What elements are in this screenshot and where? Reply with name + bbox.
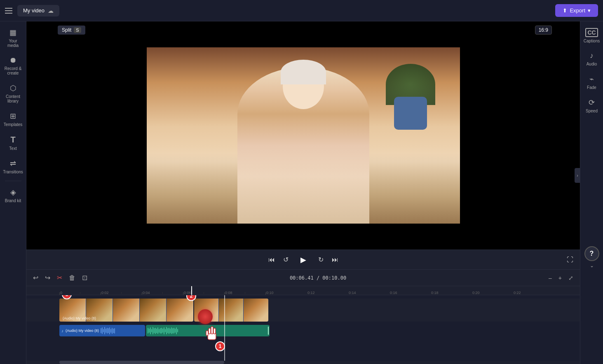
sidebar-item-text[interactable]: T Text bbox=[1, 132, 25, 154]
sidebar-label-transitions: Transitions bbox=[3, 170, 23, 174]
zoom-in-button[interactable]: + bbox=[557, 273, 563, 283]
undo-button[interactable]: ↩ bbox=[31, 272, 40, 283]
sidebar-item-brand-kit[interactable]: ◈ Brand kit bbox=[1, 184, 25, 206]
split-key: S bbox=[74, 27, 81, 33]
rewind-5s-button[interactable]: ↺ bbox=[283, 256, 289, 264]
aspect-ratio-badge[interactable]: 16:9 bbox=[535, 26, 552, 35]
sidebar-label-record: Record & create bbox=[3, 66, 23, 75]
video-clip-2[interactable] bbox=[194, 299, 268, 322]
record-icon: ⏺ bbox=[9, 56, 17, 65]
cloud-save-icon: ☁ bbox=[48, 7, 54, 14]
audio-label: Audio bbox=[587, 62, 597, 66]
right-panel-item-fade[interactable]: ⌁ Fade bbox=[582, 71, 602, 93]
captions-icon: CC bbox=[585, 28, 598, 37]
sidebar-item-templates[interactable]: ⊞ Templates bbox=[1, 108, 25, 130]
content-library-icon: ⬡ bbox=[10, 84, 16, 93]
fullscreen-button[interactable]: ⛶ bbox=[567, 256, 573, 264]
aspect-ratio-value: 16:9 bbox=[539, 27, 548, 33]
captions-label: Captions bbox=[584, 39, 600, 43]
video-title: My video bbox=[23, 7, 45, 14]
speed-label: Speed bbox=[586, 109, 598, 113]
split-label: Split bbox=[62, 27, 71, 33]
right-panel-item-audio[interactable]: ♪ Audio bbox=[582, 48, 602, 70]
current-time: 00:06.41 bbox=[290, 275, 314, 281]
audio-clip-1-icon: ♪ bbox=[59, 329, 66, 333]
sidebar-label-content-library: Content library bbox=[3, 94, 23, 103]
timeline-area: ↩ ↪ ✂ 🗑 ⊡ 00:06.41 / 00:10.00 – + ⤢ bbox=[26, 269, 580, 364]
transitions-icon: ⇌ bbox=[10, 159, 16, 168]
sidebar-label-your-media: Your media bbox=[3, 39, 23, 48]
redo-button[interactable]: ↪ bbox=[43, 272, 52, 283]
right-panel-item-captions[interactable]: CC Captions bbox=[582, 25, 602, 47]
help-button[interactable]: ? bbox=[584, 246, 599, 261]
timeline-ruler: 0 0:02 0:04 0:06 0:08 0:10 0:12 0:14 0:1… bbox=[26, 286, 580, 295]
brand-kit-icon: ◈ bbox=[10, 188, 16, 197]
step-badge-1: 1 bbox=[215, 341, 225, 351]
duplicate-button[interactable]: ⊡ bbox=[80, 272, 89, 283]
fade-icon: ⌁ bbox=[589, 75, 594, 84]
timeline-scrollbar[interactable] bbox=[26, 361, 580, 364]
time-display: 00:06.41 / 00:10.00 bbox=[290, 275, 346, 281]
skip-to-start-button[interactable]: ⏮ bbox=[268, 256, 275, 264]
sidebar-label-templates: Templates bbox=[4, 122, 23, 127]
collapse-chevron-icon: › bbox=[577, 173, 578, 178]
delete-button[interactable]: 🗑 bbox=[67, 273, 77, 283]
speed-icon: ⟳ bbox=[589, 98, 595, 107]
sidebar-item-record[interactable]: ⏺ Record & create bbox=[1, 53, 25, 79]
collapse-handle[interactable]: › bbox=[575, 168, 580, 183]
video-track: (Audio) My video (8) bbox=[26, 299, 580, 322]
cursor-2: 2 bbox=[175, 295, 191, 296]
sidebar-item-your-media[interactable]: ▦ Your media bbox=[1, 25, 25, 51]
text-icon: T bbox=[10, 135, 15, 145]
your-media-icon: ▦ bbox=[9, 28, 16, 37]
video-title-tab[interactable]: My video ☁ bbox=[17, 5, 59, 16]
export-arrow-icon: ⬆ bbox=[563, 7, 567, 14]
export-button[interactable]: ⬆ Export ▾ bbox=[555, 4, 598, 17]
sidebar-item-content-library[interactable]: ⬡ Content library bbox=[1, 80, 25, 107]
scrollbar-thumb[interactable] bbox=[59, 361, 224, 364]
right-panel: CC Captions ♪ Audio ⌁ Fade ⟳ Speed › ? ⌄ bbox=[580, 21, 603, 364]
audio-clip-1-label: (Audio) My video (8) bbox=[66, 329, 99, 333]
right-panel-item-speed[interactable]: ⟳ Speed bbox=[582, 95, 602, 117]
clip-1-label: (Audio) My video (8) bbox=[63, 316, 96, 320]
skip-to-end-button[interactable]: ⏭ bbox=[332, 256, 338, 264]
timeline-tracks: (Audio) My video (8) ♪ bbox=[26, 295, 580, 361]
sidebar: ▦ Your media ⏺ Record & create ⬡ Content… bbox=[0, 21, 26, 364]
audio-track: ♪ (Audio) My video (8) bbox=[26, 324, 580, 338]
sidebar-label-text: Text bbox=[9, 146, 16, 151]
fit-zoom-button[interactable]: ⤢ bbox=[567, 273, 575, 283]
audio-clip-1[interactable]: ♪ (Audio) My video (8) bbox=[59, 325, 145, 336]
export-chevron-icon: ▾ bbox=[588, 7, 591, 14]
video-preview: Split S 16:9 bbox=[26, 21, 580, 250]
playback-controls: ⏮ ↺ ▶ ↻ ⏭ ⛶ bbox=[26, 250, 580, 269]
split-badge: Split S bbox=[58, 26, 85, 35]
video-canvas bbox=[147, 47, 460, 224]
timeline-toolbar: ↩ ↪ ✂ 🗑 ⊡ 00:06.41 / 00:10.00 – + ⤢ bbox=[26, 270, 580, 286]
play-button[interactable]: ▶ bbox=[297, 253, 310, 266]
topbar-left: My video ☁ bbox=[5, 5, 59, 16]
audio-clip-2[interactable] bbox=[146, 325, 270, 336]
fade-label: Fade bbox=[587, 85, 596, 90]
scissors-button[interactable]: ✂ bbox=[55, 272, 64, 283]
audio-icon: ♪ bbox=[590, 51, 594, 60]
topbar: My video ☁ ⬆ Export ▾ bbox=[0, 0, 603, 21]
main-area: ▦ Your media ⏺ Record & create ⬡ Content… bbox=[0, 21, 603, 364]
sidebar-divider bbox=[5, 181, 21, 181]
expand-down-button[interactable]: ⌄ bbox=[590, 263, 594, 268]
time-separator: / bbox=[317, 275, 322, 281]
export-label: Export bbox=[570, 7, 585, 14]
sidebar-item-transitions[interactable]: ⇌ Transitions bbox=[1, 156, 25, 177]
sidebar-label-brand-kit: Brand kit bbox=[5, 198, 21, 203]
total-time: 00:10.00 bbox=[322, 275, 346, 281]
center-panel: Split S 16:9 bbox=[26, 21, 580, 364]
templates-icon: ⊞ bbox=[10, 112, 16, 121]
forward-5s-button[interactable]: ↻ bbox=[318, 256, 324, 264]
menu-button[interactable] bbox=[5, 8, 12, 14]
video-clip-1[interactable]: (Audio) My video (8) bbox=[59, 299, 193, 322]
zoom-out-button[interactable]: – bbox=[547, 273, 554, 283]
